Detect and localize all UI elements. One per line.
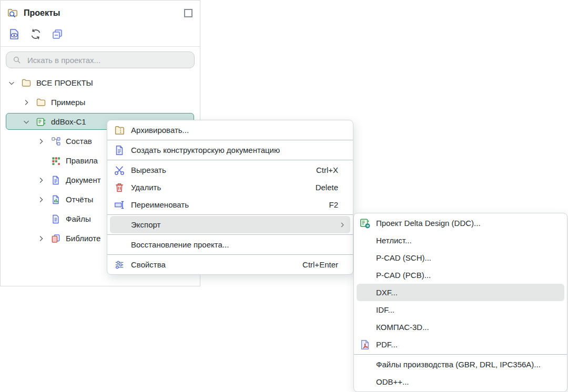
document-icon xyxy=(50,175,61,185)
pdf-icon xyxy=(359,339,371,350)
menu-item-компас-3d[interactable]: КОМПАС-3D... xyxy=(354,318,567,336)
menu-item-переименовать[interactable]: ПереименоватьF2 xyxy=(107,196,353,213)
float-window-button[interactable] xyxy=(184,9,192,17)
chevron-spacer xyxy=(36,156,46,166)
tree-item-все-проекты[interactable]: ВСЕ ПРОЕКТЫ xyxy=(1,73,200,92)
menu-item-shortcut: F2 xyxy=(329,200,347,209)
menu-item-label: Файлы производства (GBR, DRL, IPC356A)..… xyxy=(376,360,541,369)
menu-item-label: Экспорт xyxy=(131,220,160,229)
menu-item-label: ODB++... xyxy=(376,377,409,386)
menu-item-pdf[interactable]: PDF... xyxy=(354,336,567,353)
menu-item-label: P-CAD (SCH)... xyxy=(376,253,431,262)
menu-separator xyxy=(107,214,353,215)
icon-spacer xyxy=(359,359,371,370)
chevron-right-icon[interactable] xyxy=(36,195,46,204)
chevron-right-icon[interactable] xyxy=(22,98,31,107)
menu-item-idf[interactable]: IDF... xyxy=(354,301,567,318)
icon-spacer xyxy=(359,252,371,264)
chevron-right-icon[interactable] xyxy=(36,176,46,185)
collapse-all-button[interactable] xyxy=(51,28,64,40)
menu-item-label: Создать конструкторскую документацию xyxy=(131,146,280,154)
export-submenu: Проект Delta Design (DDC)...Нетлист...P-… xyxy=(353,213,567,392)
file-icon xyxy=(50,214,61,224)
menu-item-label: Свойства xyxy=(131,260,166,269)
menu-item-label: Проект Delta Design (DDC)... xyxy=(376,219,481,228)
chevron-right-icon[interactable] xyxy=(36,234,46,243)
menu-item-label: Переименовать xyxy=(131,200,189,209)
chevron-spacer xyxy=(36,214,46,224)
icon-spacer xyxy=(359,322,371,333)
menu-item-свойства[interactable]: СвойстваCtrl+Enter xyxy=(107,256,353,273)
menu-item-shortcut: Delete xyxy=(316,183,347,192)
collapse-all-icon xyxy=(51,28,64,40)
context-menu: Архивировать...Создать конструкторскую д… xyxy=(107,120,353,275)
chevron-down-icon[interactable] xyxy=(7,78,16,88)
tree-item-label: ВСЕ ПРОЕКТЫ xyxy=(36,78,93,87)
panel-title: Проекты xyxy=(24,8,60,18)
tree-item-label: Примеры xyxy=(51,98,85,107)
search-input[interactable] xyxy=(27,56,188,65)
chip-icon xyxy=(36,117,46,127)
icon-spacer xyxy=(114,219,125,231)
tree-item-примеры[interactable]: Примеры xyxy=(1,92,200,112)
preview-document-button[interactable] xyxy=(8,28,21,40)
menu-separator xyxy=(107,140,353,140)
submenu-arrow-icon xyxy=(338,221,347,229)
menu-item-экспорт[interactable]: Экспорт xyxy=(110,216,350,233)
menu-item-label: КОМПАС-3D... xyxy=(376,323,429,332)
refresh-button[interactable] xyxy=(29,28,42,40)
icon-spacer xyxy=(359,304,371,316)
menu-item-файлы-производства-gbr-drl-ipc356a[interactable]: Файлы производства (GBR, DRL, IPC356A)..… xyxy=(354,356,567,373)
toolbar-divider xyxy=(1,46,200,47)
chevron-down-icon[interactable] xyxy=(22,117,31,127)
menu-item-label: Нетлист... xyxy=(376,236,412,245)
menu-item-label: Удалить xyxy=(131,183,161,192)
menu-item-label: IDF... xyxy=(376,305,394,314)
icon-spacer xyxy=(114,239,125,251)
icon-spacer xyxy=(359,287,371,298)
search-icon xyxy=(12,55,22,65)
search-box[interactable] xyxy=(6,51,195,68)
tree-item-label: Состав xyxy=(66,137,92,146)
menu-item-dxf[interactable]: DXF... xyxy=(357,284,564,301)
icon-spacer xyxy=(359,270,371,281)
trash-icon xyxy=(114,182,125,193)
menu-separator xyxy=(107,254,353,255)
menu-item-label: DXF... xyxy=(376,288,398,297)
tree-item-label: ddBox-C1 xyxy=(51,117,86,126)
menu-item-восстановление-проекта[interactable]: Восстановление проекта... xyxy=(107,236,353,253)
menu-separator xyxy=(107,234,353,235)
menu-item-label: Восстановление проекта... xyxy=(131,240,229,249)
chevron-right-icon[interactable] xyxy=(36,137,46,146)
menu-item-label: P-CAD (PCB)... xyxy=(376,271,431,280)
report-icon xyxy=(50,194,61,205)
menu-item-shortcut: Ctrl+X xyxy=(316,166,347,174)
scissors-icon xyxy=(114,164,125,176)
menu-item-нетлист[interactable]: Нетлист... xyxy=(354,232,567,249)
document-icon xyxy=(114,145,125,156)
tree-item-label: Правила xyxy=(66,156,98,165)
structure-icon xyxy=(50,136,61,147)
tree-item-label: Отчёты xyxy=(66,195,93,204)
menu-item-shortcut: Ctrl+Enter xyxy=(302,260,347,269)
menu-item-архивировать[interactable]: Архивировать... xyxy=(107,121,353,139)
menu-item-label: PDF... xyxy=(376,340,398,349)
menu-item-label: Вырезать xyxy=(131,166,166,174)
menu-item-проект-delta-design-ddc[interactable]: Проект Delta Design (DDC)... xyxy=(354,214,567,232)
menu-separator xyxy=(107,160,353,160)
properties-icon xyxy=(114,259,125,271)
menu-item-p-cad-sch[interactable]: P-CAD (SCH)... xyxy=(354,249,567,266)
icon-spacer xyxy=(359,235,371,246)
menu-item-p-cad-pcb[interactable]: P-CAD (PCB)... xyxy=(354,266,567,284)
tree-item-label: Файлы xyxy=(66,214,91,223)
menu-separator xyxy=(354,354,567,355)
menu-item-удалить[interactable]: УдалитьDelete xyxy=(107,179,353,196)
panel-toolbar xyxy=(1,23,200,46)
menu-item-вырезать[interactable]: ВырезатьCtrl+X xyxy=(107,161,353,179)
menu-item-odb++[interactable]: ODB++... xyxy=(354,373,567,390)
menu-item-создать-конструкторскую-документацию[interactable]: Создать конструкторскую документацию xyxy=(107,141,353,159)
icon-spacer xyxy=(359,376,371,388)
library-icon xyxy=(50,233,61,244)
preview-document-icon xyxy=(8,28,21,40)
panel-header: Проекты xyxy=(1,1,200,23)
